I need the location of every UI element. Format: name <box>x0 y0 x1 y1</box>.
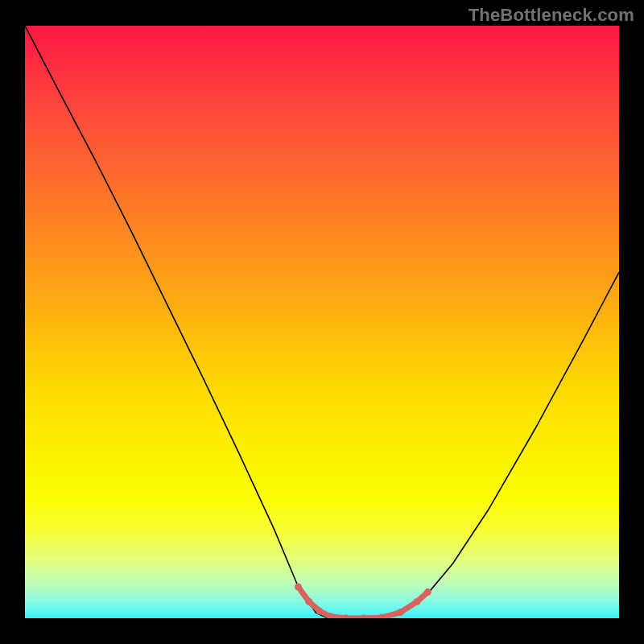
plot-background <box>25 26 619 618</box>
watermark-text: TheBottleneck.com <box>469 5 634 26</box>
chart-frame: TheBottleneck.com <box>0 0 644 644</box>
